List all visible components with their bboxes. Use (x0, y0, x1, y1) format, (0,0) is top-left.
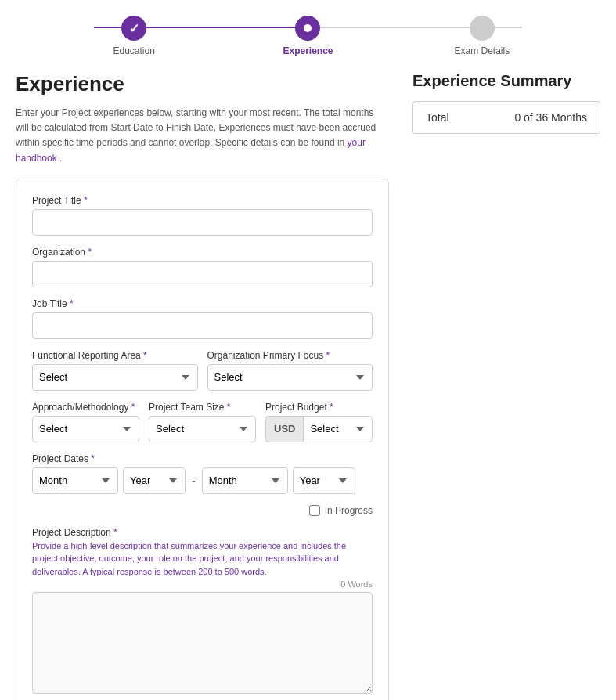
desc-text-1: Enter your Project experiences below, st… (16, 107, 376, 148)
project-title-label: Project Title * (32, 195, 373, 206)
step-exam-details: Exam Details (395, 16, 569, 56)
in-progress-row: In Progress (32, 505, 373, 516)
budget-input-row: USD Select (265, 416, 373, 442)
project-budget-col: Project Budget * USD Select (265, 402, 373, 442)
date-separator: - (190, 474, 197, 487)
approach-label: Approach/Methodology * (32, 402, 139, 413)
functional-reporting-label: Functional Reporting Area * (32, 350, 198, 361)
team-size-col: Project Team Size * Select (149, 402, 256, 442)
step-experience: Experience (221, 16, 394, 56)
job-title-input[interactable] (32, 312, 373, 339)
right-panel: Experience Summary Total 0 of 36 Months (412, 72, 600, 134)
budget-select[interactable]: Select (303, 416, 373, 442)
form-card: Project Title * Organization * Job Title… (16, 179, 389, 700)
organization-group: Organization * (32, 247, 373, 287)
start-month-select[interactable]: Month (32, 467, 118, 494)
summary-total-label: Total (426, 111, 449, 124)
left-panel: Experience Enter your Project experience… (16, 72, 389, 700)
project-desc-group: Project Description * Provide a high-lev… (32, 527, 373, 697)
step-circle-education (121, 16, 146, 41)
end-year-select[interactable]: Year (293, 467, 355, 494)
project-title-input[interactable] (32, 209, 373, 236)
step-circle-exam (470, 16, 495, 41)
organization-label: Organization * (32, 247, 373, 258)
word-count: 0 Words (32, 579, 373, 589)
dates-row: Month Year - Month Year (32, 467, 373, 494)
org-primary-focus-select[interactable]: Select (207, 364, 373, 391)
approach-select[interactable]: Select (32, 416, 139, 442)
team-size-label: Project Team Size * (149, 402, 256, 413)
start-year-select[interactable]: Year (123, 467, 186, 494)
project-title-group: Project Title * (32, 195, 373, 236)
approach-team-budget-row: Approach/Methodology * Select Project Te… (32, 402, 373, 442)
desc-text-2: . (59, 153, 62, 164)
project-budget-label: Project Budget * (265, 402, 373, 413)
step-dot (304, 24, 312, 32)
step-label-experience: Experience (283, 45, 333, 56)
step-education: Education (47, 16, 221, 56)
team-size-select[interactable]: Select (149, 416, 256, 442)
org-primary-focus-col: Organization Primary Focus * Select (207, 350, 373, 391)
job-title-label: Job Title * (32, 298, 373, 309)
reporting-focus-row: Functional Reporting Area * Select Organ… (32, 350, 373, 391)
project-desc-sublabel: Provide a high-level description that su… (32, 539, 373, 579)
usd-badge: USD (265, 416, 303, 442)
organization-input[interactable] (32, 261, 373, 287)
functional-reporting-select[interactable]: Select (32, 364, 198, 391)
in-progress-checkbox[interactable] (309, 505, 320, 516)
summary-total-value: 0 of 36 Months (514, 111, 587, 124)
stepper: Education Experience Exam Details (0, 0, 616, 64)
project-dates-label: Project Dates * (32, 453, 373, 464)
summary-box: Total 0 of 36 Months (412, 101, 600, 134)
job-title-group: Job Title * (32, 298, 373, 339)
in-progress-label: In Progress (325, 505, 373, 516)
page-description: Enter your Project experiences below, st… (16, 106, 389, 166)
page-title: Experience (16, 72, 389, 96)
step-label-exam: Exam Details (454, 45, 510, 56)
project-desc-textarea[interactable] (32, 592, 373, 694)
project-desc-label: Project Description * (32, 527, 373, 538)
step-label-education: Education (113, 45, 154, 56)
end-month-select[interactable]: Month (202, 467, 288, 494)
project-dates-group: Project Dates * Month Year - Month Year (32, 453, 373, 494)
functional-reporting-col: Functional Reporting Area * Select (32, 350, 198, 391)
summary-title: Experience Summary (412, 72, 600, 90)
main-content: Experience Enter your Project experience… (0, 64, 616, 700)
org-primary-focus-label: Organization Primary Focus * (207, 350, 373, 361)
step-circle-experience (295, 16, 320, 41)
approach-col: Approach/Methodology * Select (32, 402, 139, 442)
